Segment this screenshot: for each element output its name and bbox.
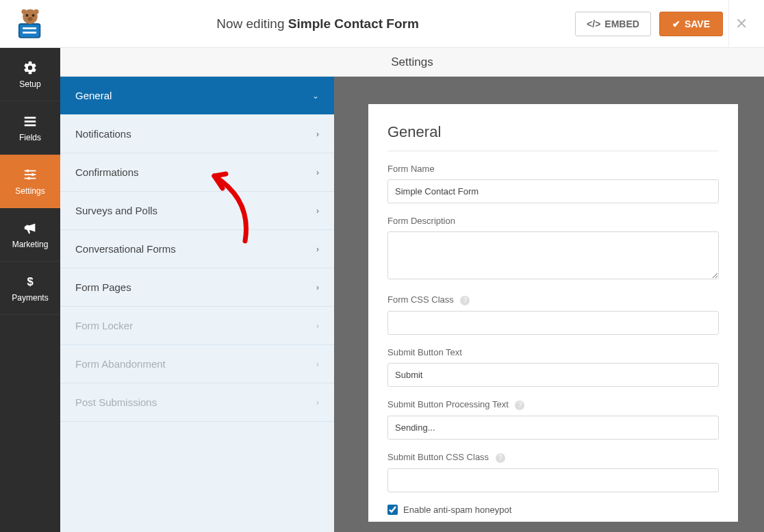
subnav-item-form-abandonment[interactable]: Form Abandonment › <box>60 345 334 383</box>
submit-css-class-input[interactable] <box>387 468 719 492</box>
save-button[interactable]: ✔ SAVE <box>659 12 723 36</box>
app-logo <box>0 0 60 48</box>
chevron-right-icon: › <box>316 244 319 254</box>
chevron-right-icon: › <box>316 168 319 177</box>
field-form-css-class: Form CSS Class ? <box>387 294 719 335</box>
subnav-item-label: Form Pages <box>75 281 131 293</box>
general-panel: General Form Name Form Description Form … <box>368 104 738 522</box>
submit-processing-label-text: Submit Button Processing Text <box>387 399 509 409</box>
svg-rect-10 <box>25 121 36 123</box>
sidebar-item-label: Setup <box>19 79 40 89</box>
form-description-input[interactable] <box>387 231 719 279</box>
subnav-item-notifications[interactable]: Notifications › <box>60 115 334 153</box>
megaphone-icon <box>23 220 38 236</box>
subnav-item-general[interactable]: General ⌄ <box>60 77 334 115</box>
help-icon[interactable]: ? <box>515 401 524 410</box>
submit-processing-input[interactable] <box>387 416 719 440</box>
chevron-right-icon: › <box>316 283 319 292</box>
subnav-item-label: Confirmations <box>75 166 139 178</box>
svg-text:$: $ <box>27 275 33 288</box>
subnav-item-form-locker[interactable]: Form Locker › <box>60 307 334 345</box>
svg-rect-11 <box>25 124 36 126</box>
subnav-item-form-pages[interactable]: Form Pages › <box>60 268 334 307</box>
list-icon <box>23 114 38 129</box>
panel-wrap: General Form Name Form Description Form … <box>334 77 764 532</box>
sidebar-item-label: Payments <box>12 293 48 303</box>
subnav-item-label: Form Abandonment <box>75 358 166 370</box>
close-button[interactable]: ✕ <box>728 0 753 48</box>
editing-title: Now editing Simple Contact Form <box>60 16 575 31</box>
svg-point-4 <box>26 14 29 16</box>
submit-text-label: Submit Button Text <box>387 347 719 357</box>
save-label: SAVE <box>685 18 710 29</box>
embed-label: EMBED <box>604 18 639 29</box>
subnav-item-label: Surveys and Polls <box>75 205 157 216</box>
svg-rect-13 <box>25 174 36 175</box>
help-icon[interactable]: ? <box>496 453 505 463</box>
settings-subnav: General ⌄ Notifications › Confirmations … <box>60 77 334 532</box>
sidebar-item-label: Marketing <box>12 240 49 249</box>
subnav-item-label: Conversational Forms <box>75 243 176 255</box>
submit-css-class-label-text: Submit Button CSS Class <box>387 452 489 462</box>
close-icon: ✕ <box>735 15 748 33</box>
chevron-right-icon: › <box>316 129 319 139</box>
help-icon[interactable]: ? <box>460 296 470 305</box>
code-icon: </> <box>587 18 600 29</box>
svg-rect-12 <box>25 170 36 171</box>
subnav-item-label: Form Locker <box>75 320 133 331</box>
svg-point-7 <box>21 9 26 14</box>
subnav-item-confirmations[interactable]: Confirmations › <box>60 153 334 192</box>
subnav-item-conversational[interactable]: Conversational Forms › <box>60 230 334 268</box>
subnav-item-label: Post Submissions <box>75 396 157 408</box>
field-submit-text: Submit Button Text <box>387 347 719 387</box>
sidebar-item-label: Fields <box>19 133 41 142</box>
layout: Setup Fields Settings Marketing $ Paymen… <box>0 48 764 532</box>
sliders-icon <box>23 167 38 182</box>
editing-form-name: Simple Contact Form <box>288 16 419 31</box>
svg-point-17 <box>27 177 30 179</box>
embed-button[interactable]: </> EMBED <box>575 12 651 36</box>
editing-prefix: Now editing <box>216 16 284 31</box>
subnav-item-post-submissions[interactable]: Post Submissions › <box>60 383 334 422</box>
chevron-right-icon: › <box>316 398 319 407</box>
field-submit-processing: Submit Button Processing Text ? <box>387 399 719 440</box>
chevron-right-icon: › <box>316 206 319 216</box>
top-bar: Now editing Simple Contact Form </> EMBE… <box>0 0 764 48</box>
svg-point-8 <box>34 9 38 14</box>
form-css-class-label: Form CSS Class ? <box>387 294 719 305</box>
svg-point-15 <box>26 169 29 172</box>
submit-processing-label: Submit Button Processing Text ? <box>387 399 719 410</box>
svg-rect-0 <box>19 24 40 38</box>
honeypot-row: Enable anti-spam honeypot <box>387 505 719 515</box>
sidebar-item-payments[interactable]: $ Payments <box>0 262 60 315</box>
page-title-bar: Settings <box>60 48 764 77</box>
honeypot-checkbox[interactable] <box>387 505 398 515</box>
honeypot-label: Enable anti-spam honeypot <box>403 505 511 515</box>
topbar-actions: </> EMBED ✔ SAVE <box>575 12 723 36</box>
main: Settings General ⌄ Notifications › Confi… <box>60 48 764 532</box>
field-submit-css-class: Submit Button CSS Class ? <box>387 452 719 492</box>
subnav-item-label: Notifications <box>75 128 131 140</box>
subnav-item-label: General <box>75 90 112 101</box>
check-icon: ✔ <box>672 18 680 29</box>
form-name-input[interactable] <box>387 179 719 203</box>
chevron-down-icon: ⌄ <box>312 91 319 101</box>
sidebar-item-fields[interactable]: Fields <box>0 101 60 155</box>
sidebar-item-settings[interactable]: Settings <box>0 155 60 208</box>
form-name-label: Form Name <box>387 164 719 174</box>
submit-text-input[interactable] <box>387 363 719 387</box>
svg-point-5 <box>32 14 35 16</box>
svg-point-16 <box>31 173 34 175</box>
svg-rect-9 <box>25 116 36 118</box>
submit-css-class-label: Submit Button CSS Class ? <box>387 452 719 463</box>
svg-point-6 <box>27 17 32 21</box>
subnav-item-surveys[interactable]: Surveys and Polls › <box>60 192 334 230</box>
form-css-class-input[interactable] <box>387 311 719 335</box>
gear-icon <box>23 60 38 75</box>
sidebar-item-label: Settings <box>15 186 44 196</box>
field-form-description: Form Description <box>387 216 719 282</box>
content-row: General ⌄ Notifications › Confirmations … <box>60 77 764 532</box>
dollar-icon: $ <box>23 274 38 289</box>
sidebar-item-marketing[interactable]: Marketing <box>0 208 60 262</box>
sidebar-item-setup[interactable]: Setup <box>0 48 60 101</box>
